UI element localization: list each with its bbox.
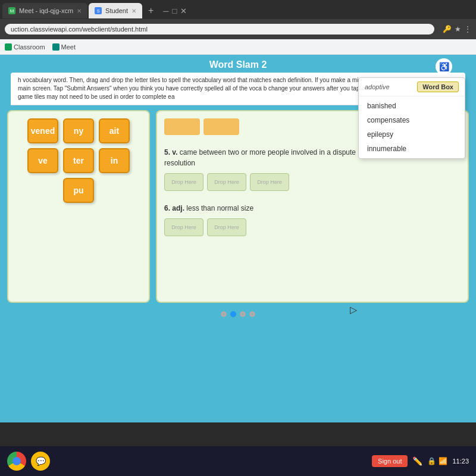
top-slot-2[interactable] <box>203 118 239 135</box>
window-controls: ─ □ ✕ <box>163 7 187 15</box>
word-box-item-banished[interactable]: banished <box>359 99 465 113</box>
close-button[interactable]: ✕ <box>180 7 187 15</box>
tile-ter[interactable]: ter <box>63 148 94 173</box>
nav-dot-4[interactable] <box>249 311 255 317</box>
tile-row-2: ve ter in <box>27 148 130 173</box>
word-box-item-epilepsy[interactable]: epilepsy <box>359 127 465 142</box>
meet-bookmark-icon <box>52 43 60 51</box>
browser-chrome: M Meet - iqd-qjg-xcm ✕ S Student ✕ + ─ □… <box>0 0 476 55</box>
tile-ait[interactable]: ait <box>99 118 130 143</box>
word-box-item-innumerable[interactable]: innumerable <box>359 142 465 156</box>
lock-icon: 🔒 <box>427 457 436 465</box>
q5-slot-3[interactable]: Drop Here <box>250 173 289 191</box>
tile-row-3: pu <box>63 178 94 203</box>
chat-app-icon[interactable]: 💬 <box>31 452 50 471</box>
instructions-container: h vocabulary word. Then, drag and drop t… <box>5 73 471 105</box>
word-box-dropdown: adoptive Word Box banished compensates e… <box>358 77 465 159</box>
star-icon[interactable]: ★ <box>455 25 461 33</box>
bookmark-classroom[interactable]: Classroom <box>5 43 45 51</box>
tab-meet-label: Meet - iqd-qjg-xcm <box>19 7 73 14</box>
question-6-answer-row: Drop Here Drop Here <box>164 218 461 236</box>
tab-meet[interactable]: M Meet - iqd-qjg-xcm ✕ <box>2 3 87 18</box>
accessibility-icon: ♿ <box>439 62 449 71</box>
main-area: Word Slam 2 ♿ h vocabulary word. Then, d… <box>0 55 476 422</box>
letter-tiles-panel: vened ny ait ve ter <box>7 110 150 303</box>
minimize-button[interactable]: ─ <box>163 7 168 15</box>
q6-slot-1[interactable]: Drop Here <box>164 218 203 236</box>
bookmarks-bar: Classroom Meet <box>0 39 476 55</box>
bookmark-classroom-label: Classroom <box>14 43 45 51</box>
app-title: Word Slam 2 <box>209 60 267 70</box>
q5-slot-2[interactable]: Drop Here <box>207 173 246 191</box>
tab-bar: M Meet - iqd-qjg-xcm ✕ S Student ✕ + ─ □… <box>0 0 476 19</box>
key-icon: 🔑 <box>443 25 452 33</box>
sign-out-button[interactable]: Sign out <box>372 455 408 467</box>
question-6: 6. adj. less than normal size Drop Here … <box>164 203 461 239</box>
nav-dot-3[interactable] <box>240 311 246 317</box>
taskbar: 💬 Sign out ✏️ 🔒 📶 11:23 <box>0 446 476 476</box>
chrome-app-icon[interactable] <box>7 452 26 471</box>
tiles-grid: vened ny ait ve ter <box>27 118 130 203</box>
word-box-current-word: adoptive <box>365 83 390 90</box>
tile-in[interactable]: in <box>99 148 130 173</box>
question-6-text: 6. adj. less than normal size <box>164 203 461 214</box>
tab-meet-close[interactable]: ✕ <box>77 8 82 14</box>
word-box-header: adoptive Word Box <box>359 78 465 96</box>
tile-ve[interactable]: ve <box>27 148 58 173</box>
word-box-list: banished compensates epilepsy innumerabl… <box>359 96 465 158</box>
tab-student-close[interactable]: ✕ <box>131 8 136 14</box>
tab-student-label: Student <box>105 7 128 14</box>
question-5-number: 5. v. <box>164 148 177 156</box>
q5-slot-1[interactable]: Drop Here <box>164 173 203 191</box>
maximize-button[interactable]: □ <box>173 7 177 15</box>
top-slot-1[interactable] <box>164 118 200 135</box>
tile-pu[interactable]: pu <box>63 178 94 203</box>
tile-ny[interactable]: ny <box>63 118 94 143</box>
nav-dot-2[interactable] <box>230 311 236 317</box>
menu-icon[interactable]: ⋮ <box>464 25 471 33</box>
nav-dots <box>0 308 476 321</box>
url-input[interactable]: uction.classviewapi.com/webclient/studen… <box>5 24 434 35</box>
nav-dot-1[interactable] <box>221 311 227 317</box>
tab-student[interactable]: S Student ✕ <box>89 3 142 18</box>
meet-icon: M <box>8 7 15 14</box>
classroom-icon <box>5 43 12 51</box>
tile-row-1: vened ny ait <box>27 118 130 143</box>
word-box-item-compensates[interactable]: compensates <box>359 113 465 127</box>
bookmark-meet[interactable]: Meet <box>52 43 76 51</box>
question-6-number: 6. adj. <box>164 204 184 212</box>
new-tab-button[interactable]: + <box>143 3 158 18</box>
app-header: Word Slam 2 ♿ <box>0 55 476 73</box>
taskbar-right: Sign out ✏️ 🔒 📶 11:23 <box>372 455 469 467</box>
address-bar: uction.classviewapi.com/webclient/studen… <box>0 19 476 39</box>
student-icon: S <box>95 7 102 14</box>
wifi-icon: 📶 <box>439 457 447 465</box>
url-text: uction.classviewapi.com/webclient/studen… <box>11 26 148 33</box>
tile-vened[interactable]: vened <box>27 118 58 143</box>
question-5-answer-row: Drop Here Drop Here Drop Here <box>164 173 461 191</box>
system-time: 11:23 <box>452 458 469 465</box>
word-box-button[interactable]: Word Box <box>417 82 459 92</box>
q6-slot-2[interactable]: Drop Here <box>207 218 246 236</box>
bookmark-meet-label: Meet <box>61 43 76 51</box>
system-icons: 🔒 📶 <box>427 457 447 465</box>
pencil-icon[interactable]: ✏️ <box>412 456 422 466</box>
